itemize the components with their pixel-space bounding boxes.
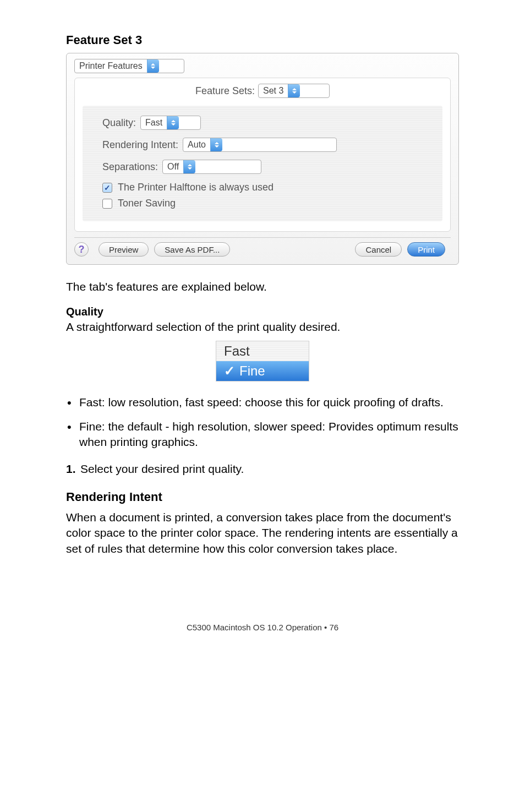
explain-text: The tab's features are explained below. — [66, 279, 459, 295]
step-1-number: 1. — [66, 461, 76, 477]
step-1-text: Select your desired print quality. — [80, 462, 244, 475]
quality-value: Fast — [141, 118, 167, 128]
quality-bullets: Fast: low resolution, fast speed: choose… — [66, 395, 459, 450]
step-1: 1. Select your desired print quality. — [66, 461, 459, 477]
preview-button[interactable]: Preview — [99, 242, 149, 257]
rendering-intent-value: Auto — [183, 140, 210, 150]
stepper-arrows-icon — [147, 59, 159, 73]
print-button[interactable]: Print — [407, 242, 445, 257]
print-dialog-screenshot: Printer Features Feature Sets: Set 3 Qua… — [66, 53, 459, 265]
rendering-intent-label: Rendering Intent: — [102, 139, 178, 151]
quality-heading: Quality — [66, 306, 459, 318]
rendering-intent-heading: Rendering Intent — [66, 490, 459, 504]
quality-select[interactable]: Fast — [140, 116, 201, 130]
quality-option-fine-selected: Fine — [216, 361, 309, 381]
quality-desc: A straightforward selection of the print… — [66, 319, 459, 335]
feature-sets-label: Feature Sets: — [195, 85, 255, 97]
main-panel-select[interactable]: Printer Features — [74, 59, 184, 73]
help-button[interactable]: ? — [74, 242, 89, 257]
stepper-arrows-icon — [167, 116, 179, 129]
feature-sets-select[interactable]: Set 3 — [258, 84, 330, 98]
toner-saving-checkbox-label: Toner Saving — [118, 198, 176, 209]
separations-label: Separations: — [102, 161, 158, 173]
toner-saving-checkbox[interactable] — [102, 199, 112, 209]
halftone-checkbox[interactable] — [102, 183, 112, 193]
quality-label: Quality: — [102, 117, 136, 129]
quality-menu-screenshot: Fast Fine — [216, 341, 309, 382]
feature-sets-value: Set 3 — [259, 86, 288, 96]
save-as-pdf-button[interactable]: Save As PDF... — [154, 242, 230, 257]
rendering-intent-select[interactable]: Auto — [183, 138, 337, 152]
bullet-fast: Fast: low resolution, fast speed: choose… — [66, 395, 459, 410]
halftone-checkbox-label: The Printer Halftone is always used — [118, 182, 274, 193]
rendering-intent-paragraph: When a document is printed, a conversion… — [66, 510, 459, 557]
main-panel-select-text: Printer Features — [75, 61, 147, 71]
heading-feature-set-3: Feature Set 3 — [66, 33, 459, 47]
separations-select[interactable]: Off — [162, 160, 261, 174]
page-footer: C5300 Macintosh OS 10.2 Operation • 76 — [66, 623, 459, 632]
stepper-arrows-icon — [210, 138, 222, 151]
stepper-arrows-icon — [288, 84, 300, 97]
cancel-button[interactable]: Cancel — [355, 242, 402, 257]
separations-value: Off — [163, 162, 183, 172]
divider — [74, 237, 451, 238]
bullet-fine: Fine: the default - high resolution, slo… — [66, 419, 459, 450]
stepper-arrows-icon — [183, 160, 195, 173]
quality-option-fast: Fast — [216, 341, 309, 361]
